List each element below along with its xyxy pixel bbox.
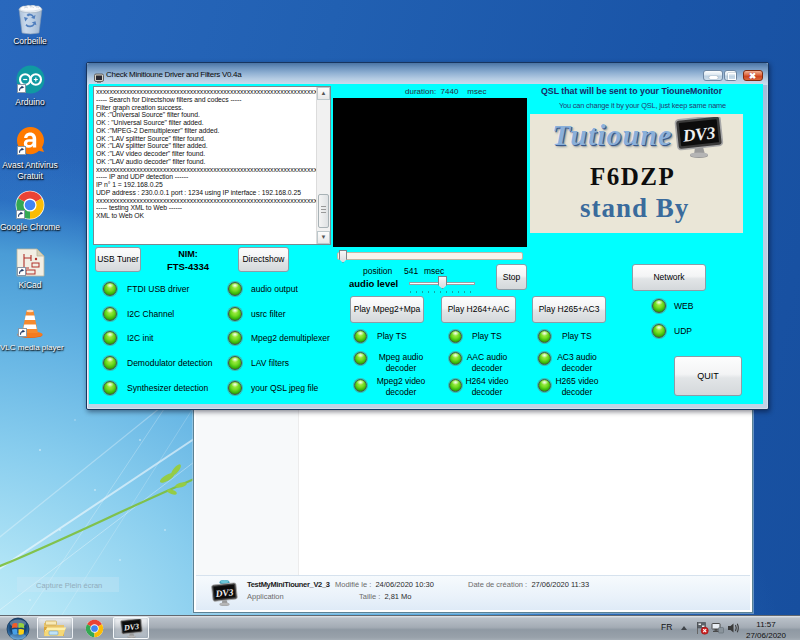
svg-text:Capture Plein écran: Capture Plein écran [36, 581, 102, 590]
